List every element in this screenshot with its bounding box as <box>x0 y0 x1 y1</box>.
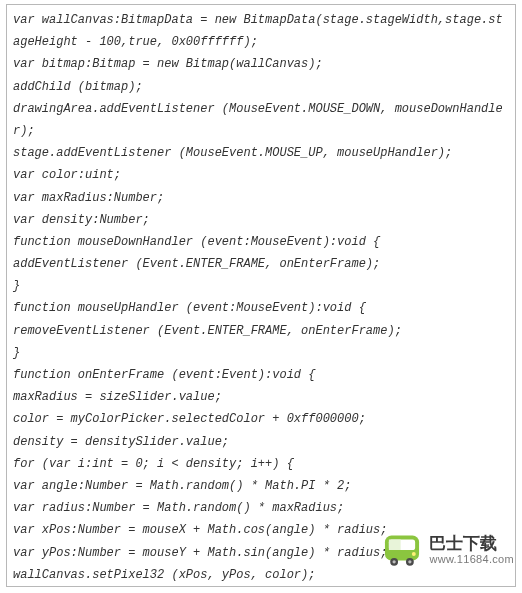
code-line: var xPos:Number = mouseX + Math.cos(angl… <box>13 519 509 541</box>
code-listing: var wallCanvas:BitmapData = new BitmapDa… <box>13 9 509 587</box>
code-line: } <box>13 275 509 297</box>
code-line: density = densitySlider.value; <box>13 431 509 453</box>
code-line: } <box>13 342 509 364</box>
code-line: function onEnterFrame (event:Event):void… <box>13 364 509 386</box>
code-line: var yPos:Number = mouseY + Math.sin(angl… <box>13 542 509 564</box>
code-line: function mouseUpHandler (event:MouseEven… <box>13 297 509 319</box>
code-line: color = myColorPicker.selectedColor + 0x… <box>13 408 509 430</box>
code-line: for (var i:int = 0; i < density; i++) { <box>13 453 509 475</box>
code-line: var maxRadius:Number; <box>13 187 509 209</box>
code-line: stage.addEventListener (MouseEvent.MOUSE… <box>13 142 509 164</box>
code-line: maxRadius = sizeSlider.value; <box>13 386 509 408</box>
code-line: function mouseDownHandler (event:MouseEv… <box>13 231 509 253</box>
code-line: addEventListener (Event.ENTER_FRAME, onE… <box>13 253 509 275</box>
code-container: var wallCanvas:BitmapData = new BitmapDa… <box>6 4 516 587</box>
code-line: var radius:Number = Math.random() * maxR… <box>13 497 509 519</box>
code-line: var color:uint; <box>13 164 509 186</box>
code-line: var density:Number; <box>13 209 509 231</box>
code-line: addChild (bitmap); <box>13 76 509 98</box>
code-line: var angle:Number = Math.random() * Math.… <box>13 475 509 497</box>
code-line: var bitmap:Bitmap = new Bitmap(wallCanva… <box>13 53 509 75</box>
code-line: wallCanvas.setPixel32 (xPos, yPos, color… <box>13 564 509 586</box>
code-line: } <box>13 586 509 587</box>
code-line: var wallCanvas:BitmapData = new BitmapDa… <box>13 9 509 53</box>
code-line: drawingArea.addEventListener (MouseEvent… <box>13 98 509 142</box>
code-line: removeEventListener (Event.ENTER_FRAME, … <box>13 320 509 342</box>
